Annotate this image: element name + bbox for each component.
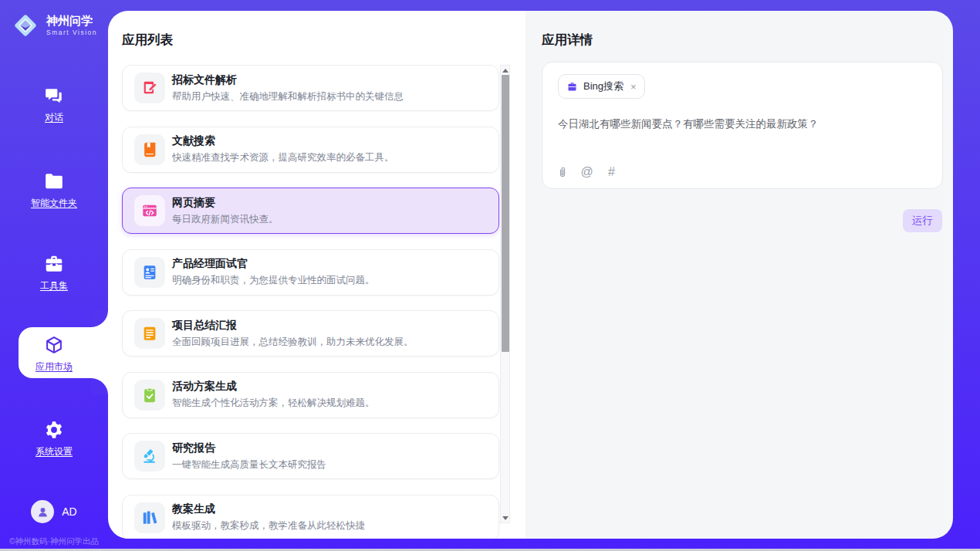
- book-icon: [134, 134, 165, 165]
- app-list-panel: 应用列表 招标文件解析 帮助用户快速、准确地理解和解析招标书中的关键信息 文献搜…: [108, 11, 525, 539]
- app-card-description: 每日政府新闻资讯快查。: [172, 213, 279, 226]
- microscope-icon: [134, 441, 165, 472]
- sidebar-item-label: 系统设置: [35, 445, 73, 458]
- app-card-title: 招标文件解析: [172, 73, 404, 87]
- logo-title: 神州问学: [46, 15, 97, 28]
- toolbox-icon: [44, 254, 64, 274]
- sidebar-item-label: 智能文件夹: [31, 197, 77, 210]
- user-name: AD: [62, 505, 76, 518]
- close-icon[interactable]: ×: [630, 82, 637, 92]
- scrollbar-thumb[interactable]: [502, 75, 509, 352]
- user-row[interactable]: AD: [0, 500, 108, 523]
- sidebar-item-settings[interactable]: 系统设置: [0, 420, 108, 458]
- app-card-title: 产品经理面试官: [172, 257, 375, 271]
- app-card[interactable]: 研究报告 一键智能生成高质量长文本研究报告: [122, 433, 499, 479]
- app-card[interactable]: 项目总结汇报 全面回顾项目进展，总结经验教训，助力未来优化发展。: [122, 310, 499, 357]
- interviewer-icon: [134, 257, 165, 288]
- copyright-text: ©神州数码·神州问学出品: [0, 536, 108, 547]
- note-icon: [134, 318, 165, 349]
- app-card-list: 招标文件解析 帮助用户快速、准确地理解和解析招标书中的关键信息 文献搜索 快速精…: [122, 65, 499, 539]
- app-list-title: 应用列表: [122, 32, 173, 49]
- cube-icon: [44, 335, 64, 355]
- clipboard-check-icon: [134, 380, 165, 411]
- app-card-description: 帮助用户快速、准确地理解和解析招标书中的关键信息: [172, 90, 404, 103]
- sidebar-item-label: 对话: [45, 111, 63, 124]
- app-card[interactable]: 网页摘要 每日政府新闻资讯快查。: [122, 188, 499, 234]
- app-card-description: 一键智能生成高质量长文本研究报告: [172, 458, 326, 472]
- app-card-description: 智能生成个性化活动方案，轻松解决规划难题。: [172, 397, 375, 410]
- app-logo: 神州问学 Smart Vision: [0, 11, 108, 40]
- books-icon: [134, 502, 165, 533]
- scroll-up-icon[interactable]: [501, 66, 509, 75]
- bubble-curve-top: [91, 310, 108, 327]
- app-card[interactable]: 招标文件解析 帮助用户快速、准确地理解和解析招标书中的关键信息: [122, 65, 499, 111]
- app-card[interactable]: 教案生成 模板驱动，教案秒成，教学准备从此轻松快捷: [122, 495, 499, 539]
- app-card-title: 活动方案生成: [172, 380, 375, 394]
- sidebar: 神州问学 Smart Vision 对话 智能文件夹 工具集 应用市场 系统设置…: [0, 0, 108, 551]
- sidebar-item-chat[interactable]: 对话: [0, 86, 108, 124]
- tool-chip-label: Bing搜索: [583, 79, 623, 93]
- prompt-card: Bing搜索 × 今日湖北有哪些新闻要点？有哪些需要关注的最新政策？ @ #: [542, 62, 943, 189]
- chat-icon: [44, 86, 64, 106]
- app-card-description: 明确身份和职责，为您提供专业性的面试问题。: [172, 274, 375, 287]
- composer-toolbar: @ #: [556, 165, 618, 178]
- tool-chip-bing-search[interactable]: Bing搜索 ×: [558, 74, 645, 99]
- app-card-title: 研究报告: [172, 441, 326, 455]
- prompt-text-input[interactable]: 今日湖北有哪些新闻要点？有哪些需要关注的最新政策？: [558, 117, 927, 131]
- run-button[interactable]: 运行: [903, 209, 942, 232]
- folder-icon: [44, 171, 64, 191]
- app-card-title: 教案生成: [172, 502, 365, 516]
- bubble-curve-bottom: [91, 378, 108, 395]
- list-scrollbar[interactable]: [500, 65, 510, 523]
- sidebar-item-label: 应用市场: [35, 360, 73, 374]
- user-icon: [36, 505, 49, 519]
- paperclip-icon[interactable]: [556, 165, 569, 178]
- briefcase-icon: [566, 81, 578, 93]
- avatar: [31, 500, 54, 523]
- app-card-title: 文献搜索: [172, 134, 394, 148]
- content-frame: 应用列表 招标文件解析 帮助用户快速、准确地理解和解析招标书中的关键信息 文献搜…: [108, 11, 953, 539]
- gear-icon: [44, 420, 64, 440]
- app-detail-title: 应用详情: [542, 32, 593, 49]
- hash-icon[interactable]: #: [605, 165, 618, 178]
- logo-subtitle: Smart Vision: [46, 29, 97, 36]
- browser-code-icon: [134, 195, 165, 226]
- at-icon[interactable]: @: [580, 165, 593, 178]
- app-card-title: 项目总结汇报: [172, 319, 414, 333]
- app-card-description: 模板驱动，教案秒成，教学准备从此轻松快捷: [172, 519, 365, 532]
- app-card[interactable]: 活动方案生成 智能生成个性化活动方案，轻松解决规划难题。: [122, 372, 499, 418]
- sidebar-item-smart-folders[interactable]: 智能文件夹: [0, 171, 108, 210]
- sidebar-item-app-market[interactable]: 应用市场: [0, 335, 108, 374]
- app-detail-panel: 应用详情 Bing搜索 × 今日湖北有哪些新闻要点？有哪些需要关注的最新政策？ …: [525, 11, 953, 539]
- sidebar-item-label: 工具集: [40, 279, 68, 292]
- app-card-description: 全面回顾项目进展，总结经验教训，助力未来优化发展。: [172, 336, 414, 349]
- app-root: { "sidebar": { "logo": { "title": "神州问学"…: [0, 0, 980, 551]
- app-card-description: 快速精准查找学术资源，提高研究效率的必备工具。: [172, 151, 394, 164]
- diamond-logo-icon: [11, 11, 40, 40]
- scroll-down-icon[interactable]: [501, 513, 509, 522]
- app-card[interactable]: 文献搜索 快速精准查找学术资源，提高研究效率的必备工具。: [122, 127, 499, 173]
- pen-document-icon: [134, 73, 165, 103]
- app-card[interactable]: 产品经理面试官 明确身份和职责，为您提供专业性的面试问题。: [122, 249, 499, 296]
- sidebar-item-toolset[interactable]: 工具集: [0, 254, 108, 292]
- app-card-title: 网页摘要: [172, 196, 279, 210]
